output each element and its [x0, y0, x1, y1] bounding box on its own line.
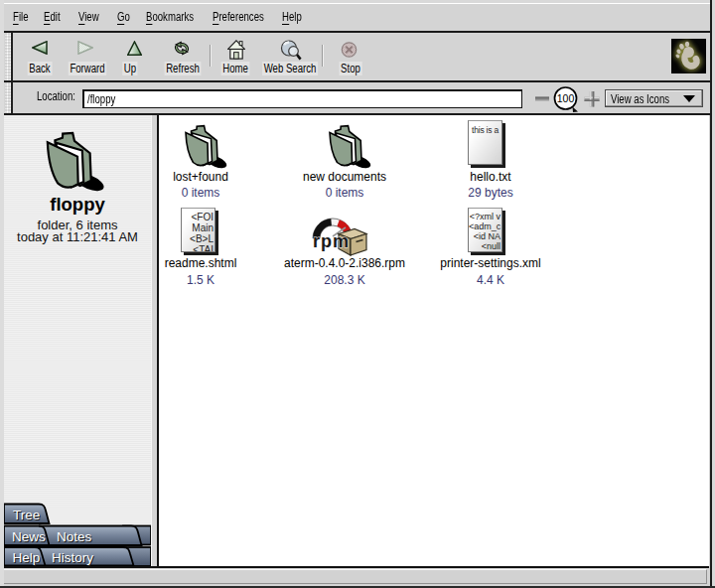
svg-text:Tree: Tree: [13, 508, 40, 522]
svg-text:History: History: [52, 550, 93, 565]
svg-text:100: 100: [557, 92, 575, 104]
svg-text:News: News: [12, 529, 46, 544]
svg-text:rpm: rpm: [313, 231, 350, 251]
svg-text:Notes: Notes: [57, 529, 92, 544]
svg-text:Help: Help: [13, 550, 41, 565]
